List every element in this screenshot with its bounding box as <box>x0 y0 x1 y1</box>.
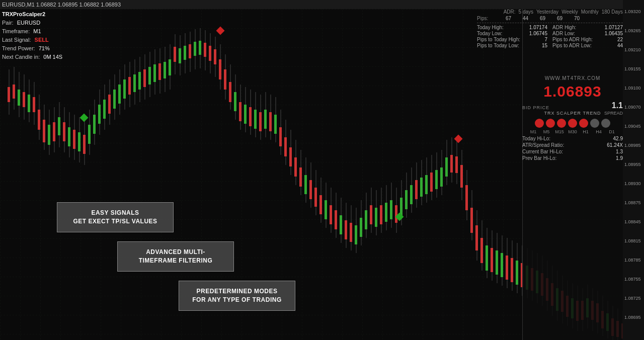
svg-rect-12 <box>33 97 35 112</box>
svg-rect-170 <box>430 173 433 192</box>
adr-180days: 180 Days <box>602 9 623 15</box>
candle-label: Next Candle in: <box>2 54 40 60</box>
svg-rect-190 <box>480 238 483 263</box>
trend-label-d1: D1 <box>607 129 616 134</box>
svg-rect-146 <box>370 205 372 224</box>
svg-rect-144 <box>365 210 367 229</box>
svg-rect-182 <box>460 165 463 188</box>
price-scale: 1.09320 1.09265 1.09210 1.09155 1.09100 … <box>623 0 644 340</box>
price-1.08845: 1.08845 <box>623 219 644 238</box>
price-1.09045: 1.09045 <box>623 124 644 143</box>
svg-rect-68 <box>174 47 176 62</box>
trend-circle-m5 <box>546 119 555 128</box>
svg-rect-42 <box>108 95 111 114</box>
svg-rect-140 <box>355 225 357 244</box>
website-url: WWW.MT4TRX.COM <box>522 75 623 81</box>
trend-circle-h4 <box>590 119 599 128</box>
top-bar: EURUSD,M1 1.06882 1.06895 1.06882 1.0689… <box>0 0 644 9</box>
trend-circle-h1 <box>579 119 588 128</box>
pips-row: Pips: 67 44 69 69 70 <box>477 16 623 21</box>
svg-rect-194 <box>491 248 493 272</box>
svg-rect-36 <box>93 115 96 134</box>
svg-rect-186 <box>470 208 473 233</box>
svg-rect-126 <box>319 195 322 214</box>
advanced-filtering-text: ADVANCED MULTI-TIMEFRAME FILTERING <box>139 248 213 264</box>
price-1.09100: 1.09100 <box>623 86 644 105</box>
pips-adr-low-value: 44 <box>617 43 623 48</box>
svg-rect-44 <box>113 90 116 109</box>
signal-label: Last Signal: <box>2 37 31 43</box>
svg-rect-28 <box>73 130 75 149</box>
svg-rect-78 <box>199 41 201 55</box>
easy-signals-box: EASY SIGNALSGET EXECT TP/SL VALUES <box>57 202 174 232</box>
pips-adr-low-item: Pips to ADR Low: 44 <box>552 43 623 48</box>
trend-label-m15: M15 <box>555 129 564 134</box>
svg-rect-96 <box>244 105 247 124</box>
svg-rect-178 <box>450 155 453 173</box>
price-details: Today High: 1.07174 ADR High: 1.07127 To… <box>477 25 623 48</box>
pips-today-high-value: 7 <box>544 37 547 42</box>
trend-row: Trend Power: 71% <box>2 44 62 53</box>
trend-label-m5: M5 <box>542 129 551 134</box>
svg-rect-114 <box>289 147 292 166</box>
candle-row: Next Candle in: 0M 14S <box>2 53 62 61</box>
svg-rect-188 <box>475 225 478 250</box>
svg-rect-10 <box>28 95 30 112</box>
trend-circle-m15 <box>557 119 566 128</box>
svg-rect-120 <box>304 175 307 194</box>
current-bar-row: Current Bar Hi-Lo: 1.3 <box>522 149 623 154</box>
svg-rect-60 <box>153 64 156 82</box>
svg-rect-48 <box>123 79 126 99</box>
svg-rect-106 <box>269 112 272 131</box>
svg-rect-14 <box>38 110 40 130</box>
svg-rect-54 <box>138 72 141 90</box>
pips-today-high-label: Pips to Today High: <box>477 37 520 42</box>
svg-rect-90 <box>229 82 231 102</box>
spread-value: 1.1 <box>612 101 623 110</box>
price-1.08695: 1.08695 <box>623 315 644 334</box>
svg-rect-172 <box>435 170 438 189</box>
advanced-filtering-box: ADVANCED MULTI-TIMEFRAME FILTERING <box>117 241 234 272</box>
candle-value: 0M 14S <box>43 54 62 60</box>
price-1.08930: 1.08930 <box>623 181 644 200</box>
today-high-item: Today High: 1.07174 <box>477 25 547 30</box>
prev-bar-label: Prev Bar Hi-Lo: <box>522 155 556 161</box>
svg-rect-192 <box>486 245 488 271</box>
svg-rect-84 <box>214 49 216 64</box>
atr-spread-row: ATR/Spread Ratio: 61.24X <box>522 142 623 148</box>
svg-rect-20 <box>53 122 55 141</box>
pips-values: 67 44 69 69 70 <box>497 16 580 21</box>
today-high-label: Today High: <box>477 25 504 30</box>
stats-header: ADR: 5 days Yesterday Weekly Monthly 180… <box>477 9 623 15</box>
svg-rect-134 <box>340 215 342 234</box>
trend-label-h4: H4 <box>594 129 603 134</box>
svg-rect-80 <box>204 43 206 57</box>
svg-rect-24 <box>63 122 65 141</box>
svg-rect-82 <box>209 46 211 61</box>
pips-adr-high-label: Pips to ADR High: <box>552 37 593 42</box>
svg-rect-22 <box>58 117 60 135</box>
adr-5days: 5 days <box>519 9 533 15</box>
svg-rect-72 <box>184 46 186 60</box>
svg-rect-26 <box>68 127 70 146</box>
pips-today-low-label: Pips to Today Low: <box>477 43 519 48</box>
signal-value: SELL <box>35 37 49 43</box>
today-hi-lo-value: 42.9 <box>613 136 623 141</box>
price-1.08755: 1.08755 <box>623 277 644 296</box>
bid-price-display: 1.06893 <box>522 83 623 100</box>
svg-rect-200 <box>506 256 508 280</box>
svg-rect-92 <box>234 92 236 111</box>
spread-row: BID PRICE 1.1 <box>522 101 623 110</box>
today-low-value: 1.06745 <box>529 31 547 36</box>
svg-rect-118 <box>299 167 302 187</box>
pips-adr-high-item: Pips to ADR High: 22 <box>552 37 623 42</box>
svg-rect-100 <box>254 110 257 129</box>
price-1.08985: 1.08985 <box>623 143 644 162</box>
trend-value: 71% <box>39 45 50 51</box>
pips-today-high-item: Pips to Today High: 7 <box>477 37 547 42</box>
pips-adr-high-value: 22 <box>617 37 623 42</box>
svg-rect-56 <box>143 69 146 87</box>
svg-rect-198 <box>501 253 503 277</box>
adr-weekly: Weekly <box>561 9 578 15</box>
svg-rect-18 <box>48 125 50 145</box>
